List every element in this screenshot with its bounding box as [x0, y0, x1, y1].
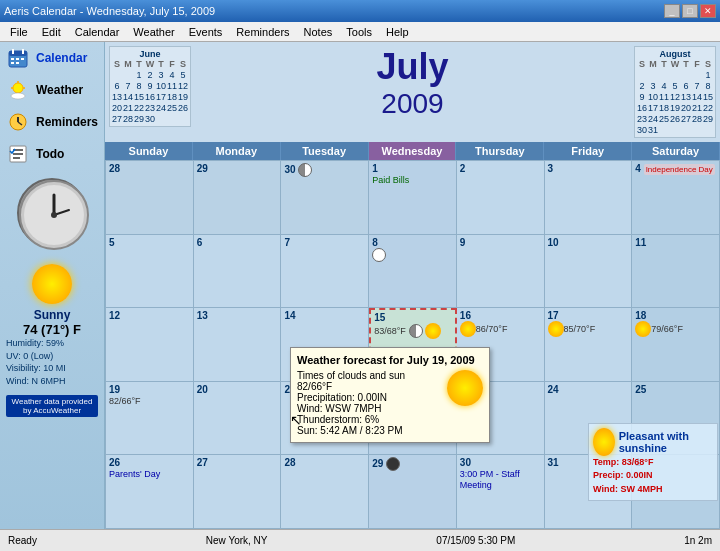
year: 2009: [195, 88, 630, 120]
pleasant-weather-box: Pleasant with sunshine Temp: 83/68°F Pre…: [588, 423, 718, 502]
statusbar: Ready New York, NY 07/15/09 5:30 PM 1n 2…: [0, 529, 720, 551]
main-area: Calendar Weather: [0, 42, 720, 529]
cell-jun29[interactable]: 29: [194, 161, 282, 235]
sun-icon-18: [635, 321, 651, 337]
cell-jul5[interactable]: 5: [106, 235, 194, 309]
calendar-header: June SMTWTFS 12345 6789101112 1314151617…: [105, 42, 720, 142]
maximize-button[interactable]: □: [682, 4, 698, 18]
cell-jul27[interactable]: 27: [194, 455, 282, 529]
accuweather-badge: Weather data provided by AccuWeather: [6, 395, 98, 417]
minimize-button[interactable]: _: [664, 4, 680, 18]
weather-jul15: 83/68°F: [374, 326, 406, 336]
cell-jul2[interactable]: 2: [457, 161, 545, 235]
cell-jul19[interactable]: 1982/66°F: [106, 382, 194, 456]
menu-tools[interactable]: Tools: [340, 24, 378, 40]
reminders-icon: [6, 110, 30, 134]
day-headers: Sunday Monday Tuesday Wednesday Thursday…: [105, 142, 720, 160]
calendar-icon: [6, 46, 30, 70]
popup-thunderstorm: Thunderstorm: 6%: [297, 414, 483, 425]
cell-jul11[interactable]: 11: [632, 235, 720, 309]
cell-jul26[interactable]: 26Parents' Day: [106, 455, 194, 529]
svg-rect-6: [21, 58, 24, 60]
menu-file[interactable]: File: [4, 24, 34, 40]
menu-weather[interactable]: Weather: [127, 24, 180, 40]
statusbar-zoom: 1n 2m: [684, 535, 712, 546]
moon-full-icon: [372, 248, 386, 262]
weather-temp: 74 (71°) F: [6, 322, 98, 337]
moon-new-icon: [386, 457, 400, 471]
weather-details: Humidity: 59% UV: 0 (Low) Visibility: 10…: [6, 337, 98, 387]
sidebar-calendar-label: Calendar: [36, 51, 87, 65]
cell-jul8[interactable]: 8: [369, 235, 457, 309]
pleasant-sun-icon: [593, 428, 615, 456]
cell-jul12[interactable]: 12: [106, 308, 194, 382]
weather-jul16: 86/70°F: [476, 324, 508, 334]
weather-wind: Wind: N 6MPH: [6, 375, 98, 388]
svg-rect-5: [16, 58, 19, 60]
sidebar-item-todo[interactable]: Todo: [0, 138, 104, 170]
sun-icon-15: [425, 323, 441, 339]
statusbar-ready: Ready: [8, 535, 37, 546]
cell-jul29[interactable]: 29: [369, 455, 457, 529]
svg-rect-4: [11, 58, 14, 60]
weather-icon: [6, 78, 30, 102]
cell-jul4[interactable]: 4 Independence Day: [632, 161, 720, 235]
mini-calendar-august: August SMTWTFS 1 2345678 9101112131415 1…: [634, 46, 716, 138]
popup-sun-icon: [447, 370, 483, 406]
weather-widget: Sunny 74 (71°) F Humidity: 59% UV: 0 (Lo…: [0, 256, 104, 391]
cell-jul17[interactable]: 1785/70°F: [545, 308, 633, 382]
weather-sun-icon: [32, 264, 72, 304]
mini-august-title: August: [637, 49, 713, 59]
cell-jul3[interactable]: 3: [545, 161, 633, 235]
cell-jun28[interactable]: 28: [106, 161, 194, 235]
day-header-sunday: Sunday: [105, 142, 193, 160]
mini-calendar-june: June SMTWTFS 12345 6789101112 1314151617…: [109, 46, 191, 127]
pleasant-title: Pleasant with sunshine: [619, 430, 713, 454]
svg-point-26: [51, 212, 57, 218]
popup-wind: Wind: WSW 7MPH: [297, 403, 483, 414]
menu-events[interactable]: Events: [183, 24, 229, 40]
pleasant-precip: Precip: 0.00IN: [593, 469, 713, 483]
day-header-thursday: Thursday: [456, 142, 544, 160]
menu-calendar[interactable]: Calendar: [69, 24, 126, 40]
menu-edit[interactable]: Edit: [36, 24, 67, 40]
cell-jul6[interactable]: 6: [194, 235, 282, 309]
window-controls: _ □ ✕: [664, 4, 716, 18]
cell-jul28[interactable]: 28: [281, 455, 369, 529]
cell-jul1[interactable]: 1Paid Bills: [369, 161, 457, 235]
svg-point-14: [11, 93, 25, 99]
cell-jul13[interactable]: 13: [194, 308, 282, 382]
cell-jul18[interactable]: 1879/66°F: [632, 308, 720, 382]
pleasant-wind: Wind: SW 4MPH: [593, 483, 713, 497]
cell-jul10[interactable]: 10: [545, 235, 633, 309]
mini-june-grid: SMTWTFS 12345 6789101112 13141516171819 …: [112, 59, 188, 124]
sidebar: Calendar Weather: [0, 42, 105, 529]
cell-jul9[interactable]: 9: [457, 235, 545, 309]
cell-jun30[interactable]: 30: [281, 161, 369, 235]
sidebar-item-reminders[interactable]: Reminders: [0, 106, 104, 138]
cell-jul30[interactable]: 303:00 PM - Staff Meeting: [457, 455, 545, 529]
clock-widget: [17, 178, 87, 248]
menu-reminders[interactable]: Reminders: [230, 24, 295, 40]
sidebar-reminders-label: Reminders: [36, 115, 98, 129]
sun-icon-16: [460, 321, 476, 337]
weather-uv: UV: 0 (Low): [6, 350, 98, 363]
sidebar-weather-label: Weather: [36, 83, 83, 97]
day-header-monday: Monday: [193, 142, 281, 160]
cell-jul7[interactable]: 7: [281, 235, 369, 309]
day-header-tuesday: Tuesday: [281, 142, 369, 160]
sidebar-todo-label: Todo: [36, 147, 64, 161]
close-button[interactable]: ✕: [700, 4, 716, 18]
sidebar-item-calendar[interactable]: Calendar: [0, 42, 104, 74]
calendar-area: June SMTWTFS 12345 6789101112 1314151617…: [105, 42, 720, 529]
weather-jul18: 79/66°F: [651, 324, 683, 334]
moon-phase-15: [409, 324, 423, 338]
menu-help[interactable]: Help: [380, 24, 415, 40]
month-title: July 2009: [195, 46, 630, 120]
svg-rect-8: [16, 62, 19, 64]
menu-notes[interactable]: Notes: [298, 24, 339, 40]
cell-jul20[interactable]: 20: [194, 382, 282, 456]
pleasant-details: Temp: 83/68°F Precip: 0.00IN Wind: SW 4M…: [593, 456, 713, 497]
sidebar-item-weather[interactable]: Weather: [0, 74, 104, 106]
pleasant-temp: Temp: 83/68°F: [593, 456, 713, 470]
